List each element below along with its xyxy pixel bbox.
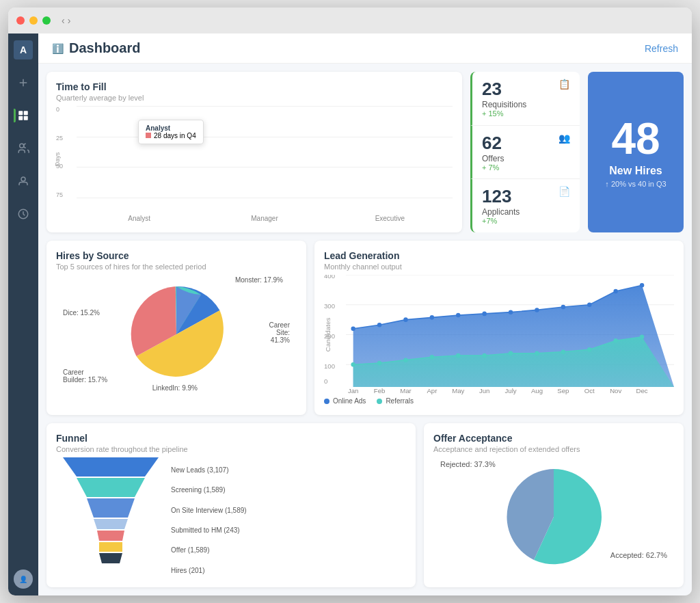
app-logo: A [14, 40, 33, 59]
chart-legend: Online Ads Referrals [324, 397, 674, 405]
page-header: ℹ️ Dashboard Refresh [38, 34, 692, 64]
bar-chart-inner: 75 50 25 0 Days [56, 106, 453, 212]
forward-icon[interactable]: › [68, 15, 71, 26]
maximize-button[interactable] [42, 16, 51, 25]
svg-text:Apr: Apr [427, 387, 438, 394]
funnel-label-6: Hires (201) [171, 567, 247, 574]
svg-point-31 [351, 362, 355, 367]
sidebar-item-users[interactable] [14, 139, 33, 158]
pie-label-career-site: CareerSite:41.3% [269, 321, 290, 344]
new-hires-change: ↑ 20% vs 40 in Q3 [605, 180, 666, 188]
offer-pie-svg [499, 462, 608, 572]
requisitions-card: 23 📋 Requisitions + 15% [470, 72, 580, 126]
applicants-label: Applicants [482, 207, 570, 217]
svg-point-34 [430, 355, 434, 360]
back-icon[interactable]: ‹ [62, 15, 65, 26]
pie-label-career-builder: CareerBuilder: 15.7% [63, 368, 107, 384]
bottom-row: Funnel Conversion rate throughout the pi… [46, 423, 684, 587]
svg-point-30 [640, 283, 644, 288]
offer-acceptance-subtitle: Acceptance and rejection of extended off… [433, 445, 674, 453]
svg-point-38 [535, 351, 539, 356]
svg-rect-3 [24, 111, 28, 115]
svg-point-24 [482, 312, 486, 317]
pie-label-monster: Monster: 17.9% [235, 276, 283, 284]
offer-acceptance-card: Offer Acceptance Acceptance and rejectio… [424, 423, 684, 587]
sidebar-item-dashboard[interactable] [14, 106, 33, 125]
sidebar-item-add[interactable] [14, 73, 33, 92]
svg-point-33 [403, 358, 407, 363]
hires-source-title: Hires by Source [56, 250, 297, 261]
svg-point-7 [21, 177, 25, 181]
area-chart-svg: 400 300 200 100 0 Candidates [324, 275, 674, 394]
info-icon: ℹ️ [52, 43, 64, 54]
time-fill-chart: 75 50 25 0 Days [56, 106, 453, 222]
offer-pie-container: Rejected: 37.3% Accepted: 62.7% [433, 453, 674, 580]
accepted-label: Accepted: 62.7% [610, 551, 667, 559]
applicants-number: 123 [482, 186, 511, 207]
lead-gen-chart: 400 300 200 100 0 Candidates [324, 275, 674, 394]
svg-text:Aug: Aug [531, 387, 543, 394]
dashboard-grid: Time to Fill Quarterly average by level … [38, 64, 692, 595]
funnel-label-5: Offer (1,589) [171, 546, 247, 554]
svg-point-42 [640, 335, 644, 340]
funnel-stage-2 [77, 478, 145, 497]
active-indicator [14, 109, 16, 122]
legend-referrals: Referrals [377, 397, 414, 405]
pie-label-dice: Dice: 15.2% [63, 309, 100, 317]
svg-text:Mar: Mar [400, 387, 412, 394]
tooltip-value: 28 days in Q4 [146, 132, 196, 139]
svg-point-22 [430, 315, 434, 320]
applicants-card: 123 📄 Applicants +7% [470, 179, 580, 232]
user-avatar[interactable]: 👤 [14, 570, 33, 589]
funnel-card: Funnel Conversion rate throughout the pi… [46, 423, 416, 587]
legend-dot-referrals [377, 399, 382, 404]
sidebar-item-clock[interactable] [14, 204, 33, 224]
funnel-stage-4 [94, 519, 128, 529]
time-to-fill-card: Time to Fill Quarterly average by level … [46, 72, 462, 232]
svg-point-21 [403, 318, 407, 323]
hires-source-subtitle: Top 5 sources of hires for the selected … [56, 263, 297, 271]
svg-point-20 [377, 323, 381, 327]
lead-gen-subtitle: Monthly channel output [324, 263, 674, 271]
rejected-label: Rejected: 37.3% [440, 460, 496, 468]
funnel-label-4: Submitted to HM (243) [171, 526, 247, 534]
close-button[interactable] [16, 16, 25, 25]
new-hires-label: New Hires [609, 165, 662, 177]
funnel-labels: New Leads (3,107) Screening (1,589) On S… [171, 457, 247, 580]
hires-by-source-card: Hires by Source Top 5 sources of hires f… [46, 241, 306, 415]
traffic-lights [16, 16, 51, 25]
svg-text:400: 400 [324, 275, 336, 280]
lead-gen-title: Lead Generation [324, 250, 674, 261]
legend-dot-online [324, 399, 329, 404]
grid-lines [77, 106, 453, 198]
stats-column: 23 📋 Requisitions + 15% 62 👥 Offers [470, 72, 580, 232]
middle-row: Hires by Source Top 5 sources of hires f… [46, 241, 684, 415]
page-title: Dashboard [69, 40, 140, 56]
funnel-label-3: On Site Interview (1,589) [171, 507, 247, 514]
time-fill-title: Time to Fill [56, 81, 453, 92]
x-label-executive: Executive [327, 215, 453, 222]
tooltip-dot [146, 133, 151, 138]
refresh-button[interactable]: Refresh [645, 43, 678, 54]
minimize-button[interactable] [29, 16, 38, 25]
svg-rect-4 [18, 116, 23, 120]
svg-point-35 [456, 353, 460, 358]
new-hires-card: 48 New Hires ↑ 20% vs 40 in Q3 [588, 72, 684, 232]
svg-point-32 [377, 361, 381, 366]
funnel-stage-5b [99, 542, 122, 552]
svg-point-6 [20, 144, 24, 148]
x-label-analyst: Analyst [77, 215, 202, 222]
requisitions-label: Requisitions [482, 100, 570, 109]
x-axis: Analyst Manager Executive [56, 212, 453, 222]
y-axis-title: Days [54, 152, 61, 166]
svg-text:Sep: Sep [557, 387, 569, 394]
new-hires-number: 48 [611, 117, 660, 161]
applicants-icon: 📄 [558, 186, 570, 197]
legend-online-ads: Online Ads [324, 397, 366, 405]
tooltip-title: Analyst [146, 124, 196, 132]
pie-label-linkedin: LinkedIn: 9.9% [152, 384, 198, 392]
svg-text:Nov: Nov [610, 387, 621, 394]
sidebar-item-person[interactable] [14, 172, 33, 191]
svg-point-23 [456, 313, 460, 318]
svg-text:May: May [452, 387, 464, 394]
